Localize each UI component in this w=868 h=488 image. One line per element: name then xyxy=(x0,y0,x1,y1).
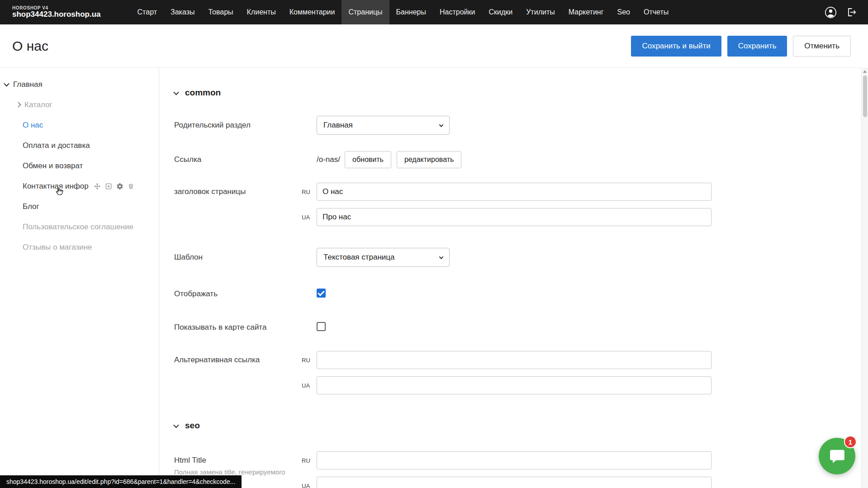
nav-pages[interactable]: Страницы xyxy=(342,0,389,24)
nav-products[interactable]: Товары xyxy=(202,0,240,24)
form-row-link: Ссылка /o-nas/ обновить редактировать xyxy=(174,151,868,168)
brand[interactable]: HOROSHOP V4 shop34423.horoshop.ua xyxy=(12,6,101,19)
chevron-down-icon xyxy=(173,89,179,95)
form-row-html-title: Html Title Полная замена title, генериру… xyxy=(174,451,868,488)
sidebar-item-catalog[interactable]: Каталог xyxy=(0,95,159,115)
lang-ru-badge: RU xyxy=(302,189,310,195)
sidebar-item-label: Каталог xyxy=(24,100,52,109)
html-title-ua-input[interactable] xyxy=(317,477,711,488)
html-title-hint: Полная замена title, генерируемого xyxy=(174,468,305,476)
sidebar-item-about[interactable]: О нас xyxy=(0,115,159,135)
scroll-up-arrow[interactable] xyxy=(863,70,867,73)
nav-start[interactable]: Старт xyxy=(131,0,164,24)
sidebar-item-label: Отзывы о магазине xyxy=(23,243,92,252)
sidebar-item-store-reviews[interactable]: Отзывы о магазине xyxy=(0,237,159,257)
action-bar: О нас Сохранить и выйти Сохранить Отмени… xyxy=(0,24,868,67)
form-row-page-title: заголовок страницы RU UA xyxy=(174,183,868,226)
sidebar-item-payment-delivery[interactable]: Оплата и доставка xyxy=(0,135,159,156)
lang-ua-badge: UA xyxy=(302,214,310,221)
lang-ua-badge: UA xyxy=(302,382,310,389)
edit-link-button[interactable]: редактировать xyxy=(397,151,461,168)
nav-orders[interactable]: Заказы xyxy=(164,0,201,24)
vertical-scrollbar xyxy=(861,67,868,488)
content: Главная Каталог О нас Оплата и доставка … xyxy=(0,67,868,488)
sidebar-item-contact-info[interactable]: Контактная инфор xyxy=(0,176,159,196)
nav-comments[interactable]: Комментарии xyxy=(283,0,342,24)
page-title-label: заголовок страницы xyxy=(174,183,317,196)
alt-link-ru-input[interactable] xyxy=(317,351,711,369)
form-row-parent: Родительский раздел Главная xyxy=(174,116,868,135)
page-edit-form: common Родительский раздел Главная Ссылк… xyxy=(159,68,868,488)
html-title-ru-input[interactable] xyxy=(317,451,711,469)
nav-settings[interactable]: Настройки xyxy=(433,0,482,24)
alt-link-ua-input[interactable] xyxy=(317,376,711,394)
page-title: О нас xyxy=(12,38,48,54)
status-url-text: shop34423.horoshop.ua/edit/edit.php?id=6… xyxy=(6,478,235,485)
display-checkbox[interactable] xyxy=(317,289,326,298)
user-account-icon[interactable] xyxy=(825,6,837,19)
nav-seo[interactable]: Seo xyxy=(611,0,637,24)
action-buttons: Сохранить и выйти Сохранить Отменить xyxy=(631,36,851,57)
scrollbar-thumb[interactable] xyxy=(863,76,867,117)
section-seo-toggle[interactable]: seo xyxy=(174,421,868,431)
delete-trash-icon[interactable] xyxy=(128,183,134,190)
nav-reports[interactable]: Отчеты xyxy=(637,0,675,24)
nav-clients[interactable]: Клиенты xyxy=(240,0,283,24)
alt-link-label: Альтернативная ссылка xyxy=(174,351,317,365)
section-title: common xyxy=(185,88,221,98)
sidebar-item-user-agreement[interactable]: Пользовательское соглашение xyxy=(0,217,159,237)
topbar-icons xyxy=(825,6,857,19)
chevron-right-icon xyxy=(15,102,21,108)
nav-utilities[interactable]: Утилиты xyxy=(519,0,562,24)
brand-domain: shop34423.horoshop.ua xyxy=(12,10,101,19)
display-label: Отображать xyxy=(174,289,317,298)
sidebar-item-blog[interactable]: Блог xyxy=(0,196,159,217)
sitemap-checkbox[interactable] xyxy=(317,322,326,331)
chevron-down-icon xyxy=(439,255,444,259)
chat-unread-badge: 1 xyxy=(844,436,857,448)
save-exit-button[interactable]: Сохранить и выйти xyxy=(631,36,721,57)
nav-marketing[interactable]: Маркетинг xyxy=(562,0,611,24)
chat-widget-button[interactable]: 1 xyxy=(819,438,855,474)
form-row-display: Отображать xyxy=(174,289,868,299)
sidebar-item-label: Главная xyxy=(13,80,43,89)
sidebar-item-home[interactable]: Главная xyxy=(0,74,159,95)
page-title-ua-input[interactable] xyxy=(317,208,711,226)
chevron-down-icon xyxy=(173,422,179,428)
lang-ru-badge: RU xyxy=(302,357,310,364)
lang-ru-badge: RU xyxy=(302,457,310,464)
sidebar-item-exchange-return[interactable]: Обмен и возврат xyxy=(0,156,159,176)
sidebar-item-label: Оплата и доставка xyxy=(23,141,90,150)
logout-icon[interactable] xyxy=(845,6,857,19)
nav-discounts[interactable]: Скидки xyxy=(482,0,519,24)
parent-section-select[interactable]: Главная xyxy=(317,116,450,135)
sidebar-item-label: Контактная инфор xyxy=(23,182,89,191)
chevron-down-icon xyxy=(4,81,9,87)
select-value: Главная xyxy=(323,121,353,130)
sitemap-label: Показывать в карте сайта xyxy=(174,323,317,332)
drag-move-icon[interactable] xyxy=(94,183,101,190)
form-row-template: Шаблон Текстовая страница xyxy=(174,248,868,267)
html-title-label: Html Title xyxy=(174,456,317,465)
form-row-alt-link: Альтернативная ссылка RU UA xyxy=(174,351,868,394)
app-window: HOROSHOP V4 shop34423.horoshop.ua Старт … xyxy=(0,0,868,488)
add-page-icon[interactable] xyxy=(105,183,112,190)
pages-tree-sidebar: Главная Каталог О нас Оплата и доставка … xyxy=(0,68,159,488)
chevron-down-icon xyxy=(439,123,444,127)
cancel-button[interactable]: Отменить xyxy=(793,36,851,57)
page-title-ru-input[interactable] xyxy=(317,183,711,201)
top-nav: Старт Заказы Товары Клиенты Комментарии … xyxy=(131,0,676,24)
save-button[interactable]: Сохранить xyxy=(727,36,787,57)
topbar: HOROSHOP V4 shop34423.horoshop.ua Старт … xyxy=(0,0,868,24)
refresh-link-button[interactable]: обновить xyxy=(345,151,391,168)
template-select[interactable]: Текстовая страница xyxy=(317,248,450,267)
link-label: Ссылка xyxy=(174,155,317,164)
nav-banners[interactable]: Баннеры xyxy=(389,0,433,24)
status-url-bar: shop34423.horoshop.ua/edit/edit.php?id=6… xyxy=(0,475,242,488)
chat-bubble-icon xyxy=(828,447,847,466)
sidebar-item-label: Блог xyxy=(23,202,39,211)
template-label: Шаблон xyxy=(174,253,317,262)
tree-item-actions xyxy=(94,183,134,190)
settings-gear-icon[interactable] xyxy=(116,183,123,190)
section-common-toggle[interactable]: common xyxy=(174,88,868,98)
